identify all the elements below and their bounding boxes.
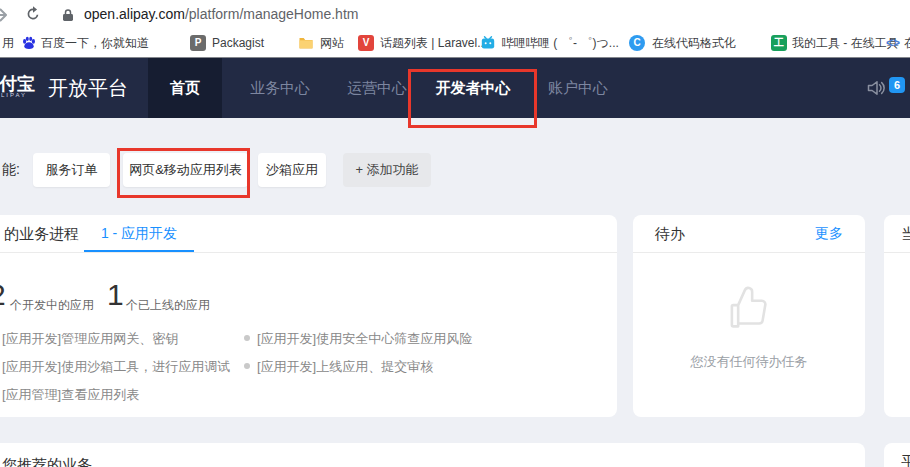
bullet-dot xyxy=(244,363,250,369)
recommend-card: 您推荐的业务 xyxy=(0,443,865,467)
add-function-button[interactable]: + 添加功能 xyxy=(343,153,431,187)
online-tools-icon: 工 xyxy=(771,35,787,51)
baidu-paw-icon xyxy=(21,35,37,51)
forward-arrow-icon[interactable] xyxy=(0,5,11,29)
business-progress-card: 的业务进程 1 - 应用开发 2 个开发中的应用 1 个已上线的应用 [应用开发… xyxy=(0,215,617,417)
bottom-right-partial-card: 平 xyxy=(884,443,910,467)
nav-item-home[interactable]: 首页 xyxy=(148,58,222,118)
code-formatter-icon: C xyxy=(629,35,645,51)
card-divider xyxy=(0,252,617,253)
stat-developing-count: 2 xyxy=(0,279,6,311)
url-path: /platform/manageHome.htm xyxy=(185,6,359,22)
alipay-logo-sub: ALIPAY xyxy=(0,92,38,98)
function-bar-label: 能: xyxy=(2,161,20,179)
address-bar[interactable]: open.alipay.com/platform/manageHome.htm xyxy=(84,6,358,22)
task-item[interactable]: [应用开发]使用安全中心筛查应用风险 xyxy=(257,330,472,348)
todo-card-title: 待办 xyxy=(655,215,685,252)
task-item[interactable]: [应用开发]使用沙箱工具，进行应用调试 xyxy=(2,358,230,376)
right-card-title-partial: 当 xyxy=(901,215,910,252)
nav-item-developer-center[interactable]: 开发者中心 xyxy=(433,58,513,118)
task-item[interactable]: [应用管理]查看应用列表 xyxy=(2,386,139,404)
browser-toolbar: open.alipay.com/platform/manageHome.htm … xyxy=(0,0,910,58)
thumbs-up-icon xyxy=(723,283,775,339)
todo-empty-text: 您没有任何待办任务 xyxy=(633,353,865,371)
recommend-card-title: 您推荐的业务 xyxy=(2,443,92,467)
stat-online-label: 个已上线的应用 xyxy=(126,297,210,314)
announcement-speaker-icon[interactable] xyxy=(866,79,886,101)
nav-item-business-center[interactable]: 业务中心 xyxy=(247,58,313,118)
bookmark-baidu[interactable]: 百度一下，你就知道 xyxy=(41,30,149,57)
todo-card: 待办 更多 您没有任何待办任务 xyxy=(633,215,865,417)
bullet-dot xyxy=(244,335,250,341)
bookmark-online-tools[interactable]: 我的工具 - 在线工具 xyxy=(792,30,899,57)
tab-app-development[interactable]: 1 - 应用开发 xyxy=(84,215,194,252)
bookmark-partial-right[interactable]: 在 xyxy=(904,30,910,57)
stat-developing-label: 个开发中的应用 xyxy=(10,297,94,314)
bottom-right-title-partial: 平 xyxy=(901,443,910,467)
bookmark-bilibili[interactable]: 哔哩哔哩 ( ゜- ゜)つ... xyxy=(502,30,619,57)
nav-item-operation-center[interactable]: 运营中心 xyxy=(344,58,410,118)
bookmark-website[interactable]: 网站 xyxy=(320,30,344,57)
card-divider xyxy=(633,252,865,253)
packagist-icon: P xyxy=(190,35,206,51)
laravel-topics-icon: V xyxy=(358,35,374,51)
screenshot-root: open.alipay.com/platform/manageHome.htm … xyxy=(0,0,910,467)
code-brackets-icon: <> xyxy=(886,30,900,57)
stat-online-count: 1 xyxy=(107,279,124,311)
sandbox-app-button[interactable]: 沙箱应用 xyxy=(258,153,326,187)
folder-icon xyxy=(298,35,314,51)
platform-title: 开放平台 xyxy=(48,58,128,118)
reload-icon[interactable] xyxy=(24,5,42,27)
right-partial-card: 当 xyxy=(884,215,910,417)
bookmark-packagist[interactable]: Packagist xyxy=(212,30,264,57)
bookmark-code-formatter[interactable]: 在线代码格式化 xyxy=(652,30,736,57)
bilibili-tv-icon xyxy=(480,35,496,51)
url-host: open.alipay.com xyxy=(84,6,185,22)
progress-card-title: 的业务进程 xyxy=(4,215,79,252)
bookmark-laravel-topics[interactable]: 话题列表 | Laravel... xyxy=(380,30,487,57)
top-navbar: 支付宝 ALIPAY 开放平台 首页 业务中心 运营中心 开发者中心 账户中心 … xyxy=(0,58,910,118)
lock-icon[interactable] xyxy=(62,8,74,26)
todo-more-link[interactable]: 更多 xyxy=(815,215,843,252)
task-item[interactable]: [应用开发]管理应用网关、密钥 xyxy=(2,330,178,348)
card-divider xyxy=(884,252,910,253)
task-item[interactable]: [应用开发]上线应用、提交审核 xyxy=(257,358,433,376)
notification-badge[interactable]: 6 xyxy=(889,77,905,93)
bookmark-partial[interactable]: 用 xyxy=(2,30,14,57)
web-mobile-app-list-button[interactable]: 网页&移动应用列表 xyxy=(123,153,248,187)
nav-item-account-center[interactable]: 账户中心 xyxy=(545,58,611,118)
service-orders-button[interactable]: 服务订单 xyxy=(33,153,110,187)
